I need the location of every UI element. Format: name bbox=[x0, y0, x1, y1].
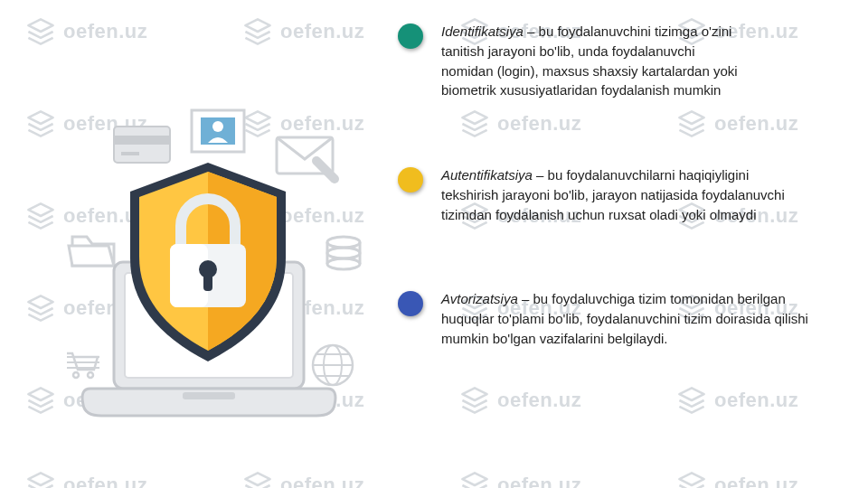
svg-rect-27 bbox=[114, 136, 170, 145]
definition-term: Avtorizatsiya bbox=[441, 291, 518, 306]
svg-point-24 bbox=[73, 372, 79, 378]
bullet-circle bbox=[398, 167, 423, 192]
stack-icon bbox=[676, 470, 707, 488]
definition-term: Identifikatsiya bbox=[441, 23, 524, 39]
watermark-text: oefen.uz bbox=[280, 20, 364, 43]
folder-icon bbox=[69, 237, 114, 266]
definition-text: Autentifikatsiya – bu foydalanuvchilarni… bbox=[441, 165, 803, 224]
stack-icon bbox=[242, 16, 273, 47]
svg-marker-22 bbox=[462, 473, 486, 485]
definition-item-avtorizatsiya: Avtorizatsiya – bu foydaluvchiga tizim t… bbox=[398, 289, 850, 348]
watermark-text: oefen.uz bbox=[63, 20, 147, 43]
svg-marker-1 bbox=[245, 19, 269, 32]
security-illustration bbox=[27, 90, 389, 434]
svg-point-31 bbox=[212, 121, 223, 132]
svg-rect-28 bbox=[121, 152, 139, 155]
cart-icon bbox=[67, 353, 99, 378]
watermark-text: oefen.uz bbox=[714, 474, 798, 488]
watermark-text: oefen.uz bbox=[63, 474, 147, 488]
svg-marker-21 bbox=[245, 473, 269, 485]
watermark-text: oefen.uz bbox=[714, 389, 798, 412]
stack-icon bbox=[459, 470, 490, 488]
svg-marker-19 bbox=[679, 388, 703, 400]
svg-marker-18 bbox=[462, 388, 486, 400]
watermark-text: oefen.uz bbox=[280, 474, 364, 488]
svg-rect-44 bbox=[203, 269, 212, 291]
watermark-text: oefen.uz bbox=[497, 389, 581, 412]
stack-icon bbox=[676, 385, 707, 416]
svg-point-34 bbox=[327, 248, 360, 258]
globe-icon bbox=[313, 345, 353, 385]
svg-point-25 bbox=[88, 372, 93, 378]
svg-point-33 bbox=[327, 237, 360, 248]
bullet-circle bbox=[398, 291, 423, 316]
stack-icon bbox=[242, 470, 273, 488]
card-icon bbox=[114, 127, 170, 163]
svg-point-35 bbox=[327, 258, 360, 269]
svg-marker-0 bbox=[28, 19, 52, 32]
id-card-icon bbox=[192, 110, 244, 152]
svg-marker-20 bbox=[28, 473, 52, 485]
envelope-icon bbox=[277, 137, 335, 179]
svg-marker-23 bbox=[679, 473, 703, 485]
definition-item-identifikatsiya: Identifikatsiya – bu foydalanuvchini tiz… bbox=[398, 22, 850, 100]
definition-item-autentifikatsiya: Autentifikatsiya – bu foydalanuvchilarni… bbox=[398, 165, 850, 224]
stack-icon bbox=[459, 385, 490, 416]
svg-rect-40 bbox=[183, 392, 235, 399]
bullet-circle bbox=[398, 23, 423, 49]
stack-icon bbox=[25, 470, 56, 488]
definitions-list: Identifikatsiya – bu foydalanuvchini tiz… bbox=[398, 22, 850, 349]
definition-text: Avtorizatsiya – bu foydaluvchiga tizim t… bbox=[441, 289, 839, 348]
database-icon bbox=[327, 237, 360, 269]
definition-term: Autentifikatsiya bbox=[441, 167, 533, 183]
stack-icon bbox=[25, 16, 56, 47]
definition-text: Identifikatsiya – bu foydalanuvchini tiz… bbox=[441, 22, 740, 100]
watermark-text: oefen.uz bbox=[497, 474, 581, 488]
